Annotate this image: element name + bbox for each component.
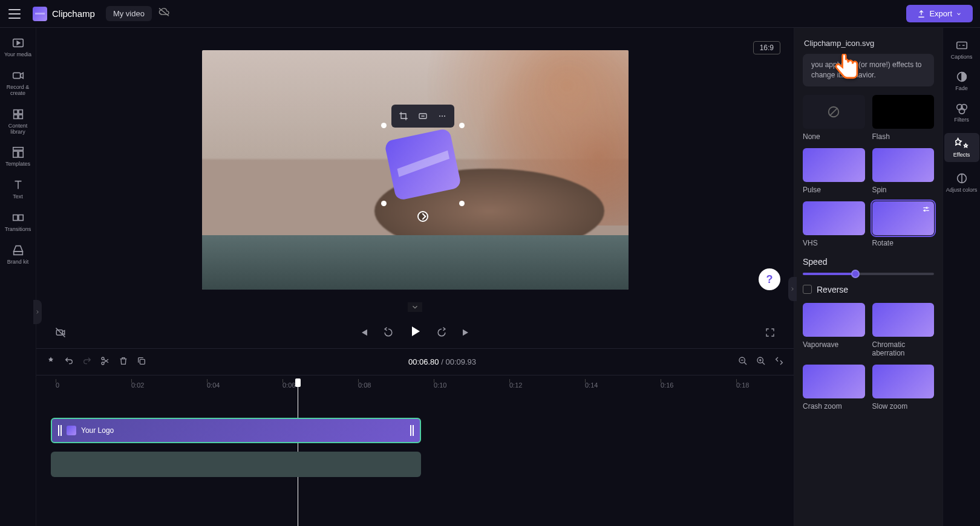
video-preview[interactable] (202, 50, 629, 290)
zoom-out-button[interactable] (738, 356, 748, 368)
effect-chromatic-aberration[interactable]: Chromatic aberration (872, 303, 935, 357)
svg-rect-11 (18, 215, 22, 221)
effect-vaporwave[interactable]: Vaporwave (803, 303, 865, 357)
fit-timeline-button[interactable] (774, 356, 784, 368)
effect-flash[interactable]: Flash (872, 95, 935, 141)
effect-thumb (872, 365, 935, 398)
ruler-tick: 0:12 (509, 382, 522, 389)
sidebar-your-media[interactable]: Your media (2, 36, 34, 58)
svg-point-26 (924, 210, 926, 211)
clip-video[interactable] (51, 452, 421, 477)
resize-handle-bl[interactable] (381, 201, 387, 206)
ruler-tick: 0:14 (585, 382, 598, 389)
sidebar-content-library[interactable]: Content library (2, 108, 34, 135)
crop-button[interactable] (395, 108, 412, 124)
sidebar-brand-kit[interactable]: Brand kit (2, 244, 34, 265)
resize-handle-br[interactable] (459, 201, 465, 206)
effect-rotate[interactable]: Rotate (872, 201, 935, 247)
magic-button[interactable] (46, 356, 56, 368)
brand[interactable]: Clipchamp (33, 7, 95, 21)
svg-rect-4 (18, 109, 22, 113)
right-sidebar: Captions Fade Filters Effects Adjust col… (942, 28, 980, 526)
split-button[interactable] (100, 356, 110, 368)
rotate-handle[interactable] (417, 211, 428, 222)
effect-vhs[interactable]: VHS (803, 201, 865, 247)
sidebar-transitions[interactable]: Transitions (2, 211, 34, 233)
track-video (46, 452, 784, 477)
transport-controls (36, 318, 794, 348)
effect-slow-zoom[interactable]: Slow zoom (872, 365, 935, 411)
effects-panel: Clipchamp_icon.svg you apply one (or mor… (794, 28, 942, 526)
redo-button (82, 356, 92, 368)
tab-adjust-colors[interactable]: Adjust colors (946, 172, 978, 193)
svg-point-13 (439, 115, 440, 117)
effects-icon (955, 137, 969, 150)
svg-rect-9 (18, 152, 22, 158)
ruler-tick: 0:18 (736, 382, 749, 389)
adjust-colors-icon (955, 172, 969, 185)
effect-spin[interactable]: Spin (872, 148, 935, 194)
reverse-checkbox[interactable] (803, 285, 812, 294)
svg-rect-10 (13, 215, 17, 221)
clip-logo[interactable]: Your Logo (51, 418, 421, 443)
export-button[interactable]: Export (906, 5, 973, 22)
cloud-off-icon[interactable] (158, 7, 170, 20)
upload-icon (917, 10, 926, 18)
timeline-toolbar: 00:06.80 / 00:09.93 (36, 348, 794, 375)
delete-button[interactable] (119, 356, 128, 368)
duplicate-button[interactable] (137, 356, 146, 368)
skip-back-button[interactable] (358, 327, 369, 340)
speed-slider[interactable] (803, 273, 934, 275)
effect-pulse[interactable]: Pulse (803, 148, 865, 194)
svg-rect-8 (13, 152, 17, 158)
fullscreen-button[interactable] (765, 327, 776, 340)
sidebar-record-create[interactable]: Record & create (2, 69, 34, 97)
skip-forward-button[interactable] (461, 327, 472, 340)
svg-rect-20 (140, 359, 145, 364)
rewind-button[interactable] (382, 326, 394, 340)
reverse-label: Reverse (817, 285, 848, 294)
project-name[interactable]: My video (106, 6, 152, 21)
chevron-down-icon (956, 11, 962, 17)
svg-rect-5 (13, 115, 17, 119)
text-icon (11, 178, 25, 192)
svg-rect-3 (13, 109, 17, 113)
undo-button[interactable] (64, 356, 74, 368)
brand-kit-icon (11, 244, 25, 257)
sidebar-text[interactable]: Text (2, 178, 34, 200)
play-button[interactable] (408, 324, 422, 342)
selected-element[interactable] (384, 125, 462, 204)
tab-filters[interactable]: Filters (946, 102, 978, 123)
aspect-ratio-badge[interactable]: 16:9 (753, 41, 780, 54)
sidebar-templates[interactable]: Templates (2, 146, 34, 167)
effect-none[interactable]: None (803, 95, 865, 141)
resize-handle-tr[interactable] (459, 123, 465, 128)
playhead-knob[interactable] (295, 378, 301, 387)
ruler-tick: 0:02 (131, 382, 144, 389)
help-button[interactable]: ? (759, 268, 780, 290)
svg-point-25 (926, 207, 927, 208)
effect-crash-zoom[interactable]: Crash zoom (803, 365, 865, 411)
speed-slider-thumb[interactable] (851, 270, 860, 278)
fit-button[interactable] (414, 108, 431, 124)
captions-icon (955, 39, 969, 52)
zoom-in-button[interactable] (756, 356, 766, 368)
svg-rect-16 (56, 330, 62, 334)
svg-point-15 (444, 115, 445, 117)
tab-fade[interactable]: Fade (946, 70, 978, 92)
ruler[interactable]: 00:020:040:060:080:100:120:140:160:18 (46, 375, 784, 394)
tune-icon[interactable] (922, 205, 930, 215)
camera-off-icon[interactable] (54, 326, 67, 340)
timeline[interactable]: 00:020:040:060:080:100:120:140:160:18 Yo… (36, 375, 794, 526)
clip-grip-left[interactable] (58, 425, 62, 436)
resize-handle-tl[interactable] (381, 123, 387, 128)
clip-grip-right[interactable] (410, 425, 414, 436)
brand-logo-icon (33, 7, 47, 21)
ruler-tick: 0:06 (283, 382, 295, 389)
effect-label: Spin (872, 186, 935, 194)
effect-thumb (872, 148, 935, 182)
tab-captions[interactable]: Captions (946, 39, 978, 60)
forward-button[interactable] (436, 326, 448, 340)
menu-icon[interactable] (7, 7, 22, 21)
tab-effects[interactable]: Effects (944, 133, 979, 162)
